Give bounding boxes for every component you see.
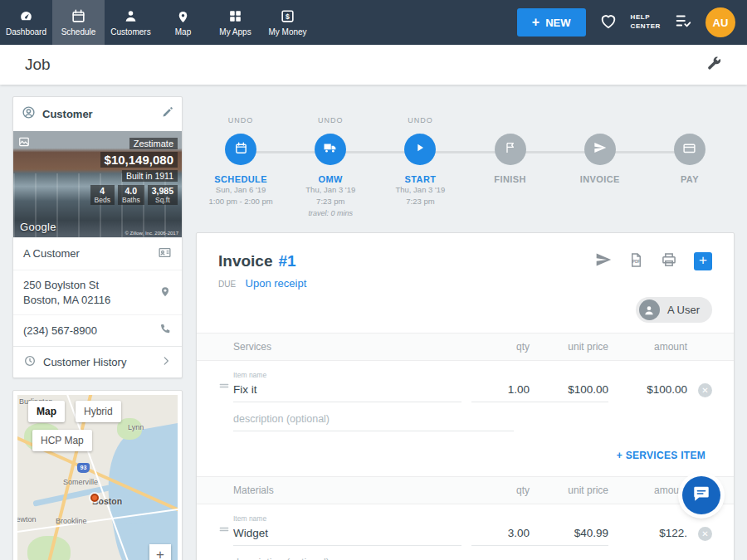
checklist-icon[interactable] bbox=[674, 12, 692, 33]
nav-item-my-apps[interactable]: My Apps bbox=[209, 0, 261, 45]
map-type-button-map[interactable]: Map bbox=[28, 401, 65, 422]
step-time: 7:23 pm bbox=[406, 196, 434, 207]
calendar-icon bbox=[234, 141, 248, 158]
start-step-button[interactable] bbox=[404, 134, 436, 165]
invoice-title: Invoice bbox=[218, 252, 272, 270]
map-canvas[interactable]: Burlington Lynn Somerville Boston Newton… bbox=[17, 395, 178, 560]
step-pay: PAY bbox=[645, 116, 735, 219]
customer-history-row[interactable]: Customer History bbox=[13, 346, 182, 377]
undo-start[interactable]: UNDO bbox=[408, 116, 433, 125]
customer-phone-row: (234) 567-8900 bbox=[13, 314, 182, 346]
step-invoice: INVOICE bbox=[555, 116, 645, 219]
add-invoice-button[interactable]: + bbox=[694, 252, 712, 270]
phone-icon[interactable] bbox=[159, 323, 172, 338]
map-type-button-hcp[interactable]: HCP Map bbox=[32, 430, 92, 451]
send-icon bbox=[593, 141, 607, 158]
assigned-user-name: A User bbox=[667, 304, 700, 316]
pdf-icon[interactable]: PDF bbox=[628, 252, 644, 271]
app-screen: Dashboard Schedule Customers Map My Apps… bbox=[0, 0, 747, 560]
material-qty-input[interactable] bbox=[471, 525, 530, 546]
map-label-brookline: Brookline bbox=[56, 517, 87, 525]
map-pin-icon bbox=[175, 8, 191, 24]
qty-column-header: qty bbox=[471, 485, 530, 496]
nav-item-label: Schedule bbox=[61, 27, 96, 37]
contact-card-icon[interactable] bbox=[158, 246, 172, 262]
pay-step-button[interactable] bbox=[674, 134, 706, 165]
built-year: Built in 1911 bbox=[122, 170, 178, 182]
material-description-input[interactable] bbox=[233, 555, 514, 560]
unit-price-column-header: unit price bbox=[530, 341, 608, 353]
undo-schedule[interactable]: UNDO bbox=[228, 116, 254, 125]
nav-item-map[interactable]: Map bbox=[157, 0, 209, 45]
property-photo[interactable]: Zestimate $10,149,080 Built in 1911 4 Be… bbox=[13, 131, 182, 237]
step-label: FINISH bbox=[494, 174, 525, 184]
help-center-line1: HELP bbox=[631, 13, 662, 22]
step-date: Thu, Jan 3 '19 bbox=[305, 184, 355, 196]
health-heart-icon[interactable] bbox=[599, 12, 618, 33]
service-item-row: Item name $100.00 ✕ bbox=[197, 361, 734, 402]
play-icon bbox=[413, 141, 427, 158]
job-tools-wrench-icon[interactable] bbox=[706, 55, 722, 75]
remove-cell: ✕ bbox=[687, 527, 712, 546]
print-icon[interactable] bbox=[661, 251, 677, 271]
schedule-step-button[interactable] bbox=[225, 134, 256, 165]
service-qty-input[interactable] bbox=[471, 382, 530, 402]
service-price-input[interactable] bbox=[530, 382, 608, 402]
chevron-right-icon bbox=[160, 355, 172, 369]
finish-step-button[interactable] bbox=[495, 134, 526, 165]
page-title: Job bbox=[25, 56, 51, 74]
drag-handle-icon[interactable] bbox=[218, 380, 233, 402]
nav-items: Dashboard Schedule Customers Map My Apps… bbox=[0, 0, 314, 45]
nav-item-customers[interactable]: Customers bbox=[105, 0, 157, 45]
main-panel: UNDO SCHEDULE Sun, Jan 6 '19 1:00 pm - 2… bbox=[196, 96, 735, 560]
new-button[interactable]: + NEW bbox=[517, 8, 586, 37]
service-description-input[interactable] bbox=[233, 411, 514, 431]
nav-item-schedule[interactable]: Schedule bbox=[52, 0, 105, 45]
user-avatar[interactable]: AU bbox=[706, 7, 735, 37]
new-button-label: NEW bbox=[545, 17, 570, 29]
remove-item-icon[interactable]: ✕ bbox=[698, 527, 712, 541]
nav-item-dashboard[interactable]: Dashboard bbox=[0, 0, 52, 45]
chat-bubble-button[interactable] bbox=[682, 476, 720, 514]
credit-card-icon bbox=[682, 141, 696, 158]
send-invoice-icon[interactable] bbox=[595, 251, 612, 271]
assigned-user-chip[interactable]: A User bbox=[636, 297, 712, 323]
nav-item-my-money[interactable]: $ My Money bbox=[261, 0, 314, 45]
highway-shield-93: 93 bbox=[77, 463, 90, 473]
plus-icon: + bbox=[532, 16, 540, 29]
remove-item-icon[interactable]: ✕ bbox=[698, 383, 712, 397]
material-price-input[interactable] bbox=[530, 525, 608, 546]
schedule-icon bbox=[71, 8, 86, 24]
step-travel: travel: 0 mins bbox=[308, 208, 353, 220]
help-center-link[interactable]: HELP CENTER bbox=[631, 13, 662, 32]
due-terms-link[interactable]: Upon receipt bbox=[246, 277, 307, 290]
qty-column-header: qty bbox=[471, 341, 530, 353]
sidebar: Customer Zestimate $10,149,080 Built in … bbox=[12, 96, 183, 560]
location-pin-icon[interactable] bbox=[159, 285, 172, 300]
item-name-label: Item name bbox=[233, 514, 461, 523]
customer-card-header: Customer bbox=[13, 97, 182, 131]
add-service-item-link[interactable]: + SERVICES ITEM bbox=[617, 450, 706, 461]
material-item-name-field: Item name bbox=[233, 514, 471, 546]
amount-column-header: amount bbox=[608, 485, 687, 496]
map-type-button-hybrid[interactable]: Hybrid bbox=[76, 401, 121, 422]
zoom-in-button[interactable]: + bbox=[149, 544, 171, 560]
sqft-fact: 3,985 Sq.ft bbox=[148, 185, 178, 205]
edit-pencil-icon[interactable] bbox=[161, 106, 173, 122]
step-start: UNDO START Thu, Jan 3 '19 7:23 pm bbox=[375, 116, 465, 219]
step-date: Thu, Jan 3 '19 bbox=[395, 184, 445, 196]
dashboard-icon bbox=[18, 8, 34, 24]
invoice-card: Invoice #1 PDF + DUE Upon receipt bbox=[196, 232, 735, 560]
drag-handle-icon[interactable] bbox=[218, 523, 233, 546]
beds-fact: 4 Beds bbox=[90, 185, 115, 205]
chat-icon bbox=[692, 485, 710, 506]
material-name-input[interactable] bbox=[233, 525, 461, 546]
step-label: INVOICE bbox=[580, 174, 620, 184]
undo-omw[interactable]: UNDO bbox=[318, 116, 344, 125]
service-name-input[interactable] bbox=[233, 382, 461, 402]
service-price-field bbox=[530, 382, 608, 402]
invoice-step-button[interactable] bbox=[584, 134, 616, 165]
omw-step-button[interactable] bbox=[315, 134, 346, 165]
step-finish: FINISH bbox=[466, 116, 555, 219]
invoice-number[interactable]: #1 bbox=[278, 252, 295, 270]
